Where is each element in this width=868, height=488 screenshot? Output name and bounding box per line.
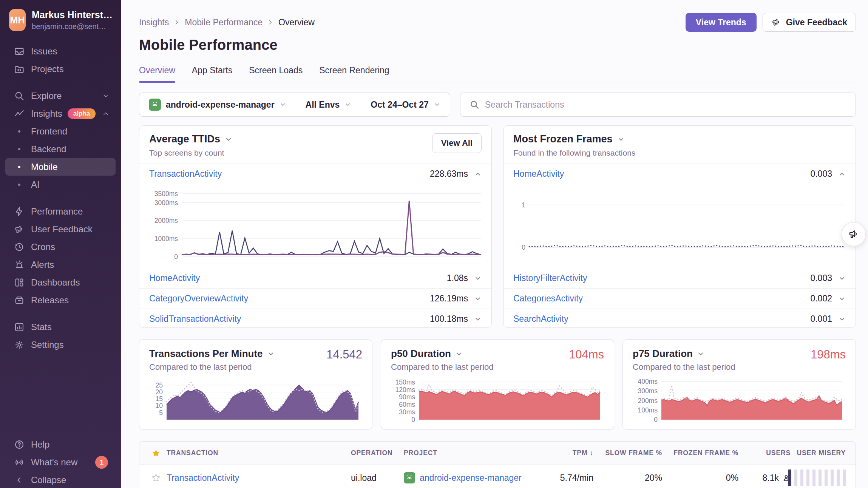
- project-link[interactable]: android-expense-manager: [420, 473, 522, 483]
- transaction-link[interactable]: HomeActivity: [513, 169, 564, 179]
- col-header-tpm-sorted[interactable]: TPM↓: [537, 449, 593, 457]
- frozen-frame-cell: 0%: [662, 473, 738, 483]
- user-menu[interactable]: MH Markus Hinterst… benjamin.coe@sent…: [5, 8, 116, 33]
- tab-bar: Overview App Starts Screen Loads Screen …: [139, 65, 856, 82]
- col-header-user-misery[interactable]: USER MISERY: [791, 449, 856, 457]
- expand-row-icon[interactable]: [838, 315, 846, 323]
- user-misery-cell: [791, 469, 856, 486]
- expand-row-icon[interactable]: [474, 315, 482, 323]
- transaction-link[interactable]: HomeActivity: [149, 273, 200, 283]
- chart-svg: 10: [507, 187, 849, 264]
- sidebar-item-backend[interactable]: Backend: [5, 140, 116, 158]
- frozen-frames-line-chart: 10: [507, 187, 849, 266]
- siren-icon: [13, 259, 26, 270]
- sidebar-item-settings[interactable]: Settings: [5, 336, 116, 354]
- svg-text:100ms: 100ms: [638, 406, 658, 414]
- bullet-icon: [18, 130, 20, 133]
- transaction-link[interactable]: SolidTransactionActivity: [149, 314, 241, 324]
- col-header-operation[interactable]: OPERATION: [351, 449, 404, 457]
- transaction-link[interactable]: TransactionActivity: [167, 473, 239, 483]
- tab-app-starts[interactable]: App Starts: [192, 65, 232, 82]
- chevron-up-icon: [102, 110, 110, 117]
- sidebar-item-dashboards[interactable]: Dashboards: [5, 273, 116, 291]
- sidebar-item-user-feedback[interactable]: User Feedback: [5, 220, 116, 238]
- date-range-filter[interactable]: Oct 24–Oct 27: [361, 93, 449, 116]
- ttid-row-homeactivity: HomeActivity 1.08s: [139, 268, 491, 288]
- tpm-cell: 5.74/min: [537, 473, 593, 483]
- transaction-link[interactable]: CategoryOverviewActivity: [149, 293, 248, 304]
- favorite-star-icon[interactable]: [139, 473, 167, 482]
- search-input[interactable]: [485, 100, 846, 110]
- sidebar-item-issues[interactable]: Issues: [5, 42, 116, 60]
- breadcrumb-insights[interactable]: Insights: [139, 17, 169, 28]
- transaction-link[interactable]: CategoriesActivity: [513, 293, 583, 304]
- sidebar-item-whats-new[interactable]: What's new 1: [5, 453, 116, 471]
- environment-filter[interactable]: All Envs: [296, 93, 361, 116]
- transaction-link[interactable]: HistoryFilterActivity: [513, 273, 587, 283]
- megaphone-icon: [848, 229, 859, 240]
- most-frozen-frames-panel: Most Frozen Frames Found in the followin…: [503, 125, 856, 328]
- expand-row-icon[interactable]: [474, 295, 482, 303]
- p75-area-chart: 400ms300ms200ms100ms0: [633, 377, 846, 426]
- sidebar-item-alerts[interactable]: Alerts: [5, 256, 116, 273]
- p75-title-dropdown[interactable]: p75 Duration: [633, 348, 735, 360]
- sidebar-item-frontend[interactable]: Frontend: [5, 122, 116, 140]
- bullet-icon: [18, 166, 20, 168]
- svg-text:150ms: 150ms: [395, 378, 415, 386]
- col-header-transaction[interactable]: TRANSACTION: [167, 449, 351, 457]
- sidebar-item-mobile[interactable]: Mobile: [5, 158, 116, 176]
- view-trends-button[interactable]: View Trends: [686, 13, 757, 32]
- sidebar-item-ai[interactable]: AI: [5, 176, 116, 193]
- search-box: [460, 93, 856, 117]
- chart-svg: 3500ms3000ms2000ms1000ms0: [142, 187, 485, 264]
- p50-title-dropdown[interactable]: p50 Duration: [391, 348, 494, 360]
- col-header-slow-frame[interactable]: SLOW FRAME %: [593, 449, 662, 457]
- col-header-users[interactable]: USERS: [738, 449, 791, 457]
- tpm-title-dropdown[interactable]: Transactions Per Minute: [149, 348, 275, 360]
- sidebar-item-projects[interactable]: Projects: [5, 60, 116, 78]
- sidebar-item-releases[interactable]: Releases: [5, 291, 116, 309]
- p75-duration-panel: p75 Duration Compared to the last period…: [622, 339, 856, 430]
- average-ttids-panel: Average TTIDs Top screens by count View …: [139, 125, 492, 328]
- chevron-down-icon: [280, 101, 286, 108]
- tab-overview[interactable]: Overview: [139, 65, 175, 82]
- star-header-icon[interactable]: [139, 449, 167, 458]
- floating-feedback-button[interactable]: [842, 222, 866, 246]
- most-frozen-frames-title-dropdown[interactable]: Most Frozen Frames: [513, 133, 635, 145]
- sidebar-item-help[interactable]: Help: [5, 435, 116, 453]
- sidebar-item-performance[interactable]: Performance: [5, 202, 116, 220]
- tab-screen-rendering[interactable]: Screen Rendering: [319, 65, 389, 82]
- svg-text:20: 20: [156, 388, 163, 396]
- svg-text:300ms: 300ms: [638, 387, 658, 395]
- col-header-frozen-frame[interactable]: FROZEN FRAME %: [662, 449, 738, 457]
- give-feedback-button[interactable]: Give Feedback: [763, 13, 856, 32]
- col-header-project[interactable]: PROJECT: [404, 449, 537, 457]
- expand-row-icon[interactable]: [474, 275, 482, 282]
- sidebar-item-crons[interactable]: Crons: [5, 238, 116, 256]
- sidebar: MH Markus Hinterst… benjamin.coe@sent… I…: [0, 0, 121, 488]
- tab-screen-loads[interactable]: Screen Loads: [249, 65, 303, 82]
- chevron-down-icon: [617, 136, 625, 143]
- transaction-link[interactable]: TransactionActivity: [149, 169, 222, 179]
- view-all-button[interactable]: View All: [432, 133, 482, 153]
- megaphone-icon: [771, 17, 781, 27]
- sidebar-item-explore[interactable]: Explore: [5, 87, 116, 105]
- sidebar-item-insights[interactable]: Insights alpha: [5, 105, 116, 122]
- collapse-row-icon[interactable]: [474, 170, 482, 178]
- sort-desc-icon: ↓: [590, 449, 593, 457]
- expand-row-icon[interactable]: [838, 295, 846, 303]
- sidebar-collapse-button[interactable]: Collapse: [5, 471, 116, 488]
- chevron-down-icon: [102, 92, 110, 100]
- svg-text:120ms: 120ms: [395, 386, 415, 394]
- svg-text:25: 25: [156, 381, 163, 389]
- expand-row-icon[interactable]: [838, 275, 846, 282]
- breadcrumb-mobile-performance[interactable]: Mobile Performance: [185, 17, 263, 28]
- svg-text:0: 0: [654, 416, 658, 423]
- whats-new-badge: 1: [95, 456, 108, 469]
- transaction-link[interactable]: SearchActivity: [513, 314, 568, 324]
- svg-text:90ms: 90ms: [399, 393, 415, 401]
- average-ttids-title-dropdown[interactable]: Average TTIDs: [149, 133, 232, 145]
- sidebar-item-stats[interactable]: Stats: [5, 318, 116, 336]
- collapse-row-icon[interactable]: [838, 170, 846, 178]
- project-filter[interactable]: android-expense-manager: [139, 93, 296, 116]
